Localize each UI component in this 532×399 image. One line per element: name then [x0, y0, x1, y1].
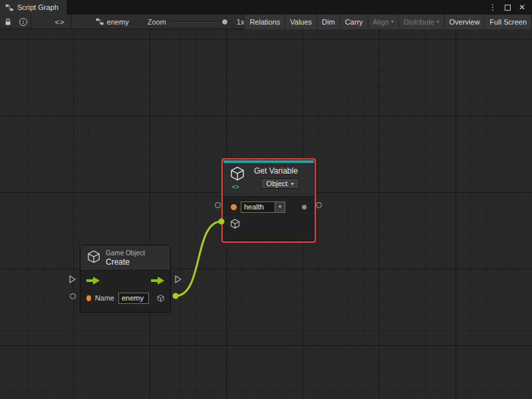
- get-variable-node-header[interactable]: <> Get Variable Object ▾: [223, 163, 314, 197]
- variable-name-input-port[interactable]: [231, 204, 237, 210]
- maximize-icon: [505, 5, 511, 11]
- zoom-slider[interactable]: [170, 16, 231, 28]
- kebab-icon: ⋮: [489, 3, 497, 12]
- graph-asset-icon: [96, 18, 104, 25]
- scope-label: Object: [267, 180, 288, 188]
- value-output-port[interactable]: [302, 205, 307, 209]
- chevron-down-icon: ▾: [279, 204, 281, 209]
- chevron-down-icon: ▾: [391, 19, 394, 25]
- align-label: Align: [373, 18, 389, 26]
- carry-label: Carry: [345, 18, 363, 26]
- flow-in-arrow-icon[interactable]: [86, 277, 100, 285]
- node-get-variable[interactable]: <> Get Variable Object ▾ ▾: [223, 160, 315, 241]
- create-node-header[interactable]: Game Object Create: [80, 245, 170, 271]
- close-button[interactable]: ✕: [516, 1, 528, 13]
- variable-name-row: ▾: [223, 198, 314, 215]
- zoom-value: 1x: [237, 18, 245, 26]
- name-input-outer-port[interactable]: [70, 293, 76, 299]
- toolbar-separator: [31, 15, 31, 29]
- variable-picker-dropdown[interactable]: ▾: [275, 201, 285, 213]
- flow-out-arrow-icon[interactable]: [151, 277, 164, 285]
- relations-label: Relations: [249, 18, 280, 26]
- variable-cube-icon: <>: [230, 166, 247, 190]
- code-badge-icon: <>: [232, 184, 239, 190]
- wire-start-port[interactable]: [173, 293, 179, 299]
- node-title: Get Variable: [254, 166, 298, 176]
- script-graph-window: Script Graph ⋮ ✕ i <>: [0, 0, 532, 399]
- value-output-outer-port[interactable]: [316, 202, 322, 208]
- zoom-slider-handle[interactable]: [221, 19, 228, 25]
- values-button[interactable]: Values: [285, 15, 317, 29]
- chevron-down-icon: ▾: [437, 19, 440, 25]
- create-node-body: Name: [80, 271, 170, 312]
- info-icon: i: [19, 18, 27, 26]
- node-title: Create: [106, 257, 145, 267]
- graph-canvas[interactable]: Game Object Create Name: [0, 29, 532, 399]
- code-icon: <>: [55, 18, 65, 26]
- window-controls: ⋮ ✕: [487, 0, 532, 15]
- object-input-icon[interactable]: [230, 219, 240, 229]
- fullscreen-button[interactable]: Full Screen: [484, 15, 532, 29]
- tab-script-graph[interactable]: Script Graph: [0, 0, 66, 15]
- code-view-button[interactable]: <>: [49, 15, 72, 29]
- dim-label: Dim: [322, 18, 335, 26]
- graph-name: enemy: [107, 18, 129, 26]
- object-port-row: [223, 215, 314, 231]
- graph-toolbar: i <> enemy Zoom 1x Relations Values D: [0, 15, 532, 29]
- lock-icon: [4, 18, 12, 26]
- info-button[interactable]: i: [15, 15, 31, 29]
- fullscreen-label: Full Screen: [489, 18, 527, 26]
- wire-path: [176, 221, 221, 296]
- name-port-row: Name: [80, 289, 170, 307]
- overview-label: Overview: [450, 18, 480, 26]
- zoom-control: Zoom 1x: [148, 16, 245, 28]
- distribute-label: Distribute: [404, 18, 434, 26]
- node-category: Game Object: [106, 249, 145, 257]
- name-input-port[interactable]: [86, 295, 91, 301]
- overview-button[interactable]: Overview: [444, 15, 485, 29]
- variable-input-outer-port[interactable]: [215, 202, 221, 208]
- tab-label: Script Graph: [17, 3, 59, 11]
- toolbar-separator: [71, 15, 72, 29]
- flow-port-row: [80, 272, 170, 289]
- values-label: Values: [290, 18, 312, 26]
- graph-breadcrumb[interactable]: enemy: [89, 15, 136, 29]
- dim-button[interactable]: Dim: [317, 15, 340, 29]
- relations-button[interactable]: Relations: [244, 15, 285, 29]
- graph-icon: [5, 4, 13, 11]
- zoom-label: Zoom: [148, 18, 166, 26]
- lock-button[interactable]: [0, 15, 15, 29]
- node-create-gameobject[interactable]: Game Object Create Name: [80, 245, 171, 313]
- variable-name-field[interactable]: [241, 201, 275, 213]
- name-port-label: Name: [95, 294, 114, 302]
- gameobject-cube-icon: [87, 249, 100, 264]
- carry-button[interactable]: Carry: [340, 15, 368, 29]
- gameobject-output-icon[interactable]: [157, 293, 164, 303]
- window-menu-button[interactable]: ⋮: [487, 1, 499, 13]
- chevron-down-icon: ▾: [291, 181, 293, 187]
- close-icon: ✕: [519, 3, 525, 12]
- align-button[interactable]: Align▾: [368, 15, 398, 29]
- flow-output-outer-port[interactable]: [175, 275, 182, 283]
- flow-input-outer-port[interactable]: [69, 275, 76, 283]
- variable-scope-dropdown[interactable]: Object ▾: [261, 178, 300, 189]
- distribute-button[interactable]: Distribute▾: [398, 15, 444, 29]
- name-value-field[interactable]: [118, 293, 149, 304]
- get-variable-node-body: ▾: [223, 197, 314, 241]
- toolbar-buttons: Relations Values Dim Carry Align▾ Distri…: [244, 15, 532, 29]
- titlebar: Script Graph ⋮ ✕: [0, 0, 532, 15]
- maximize-button[interactable]: [501, 1, 513, 13]
